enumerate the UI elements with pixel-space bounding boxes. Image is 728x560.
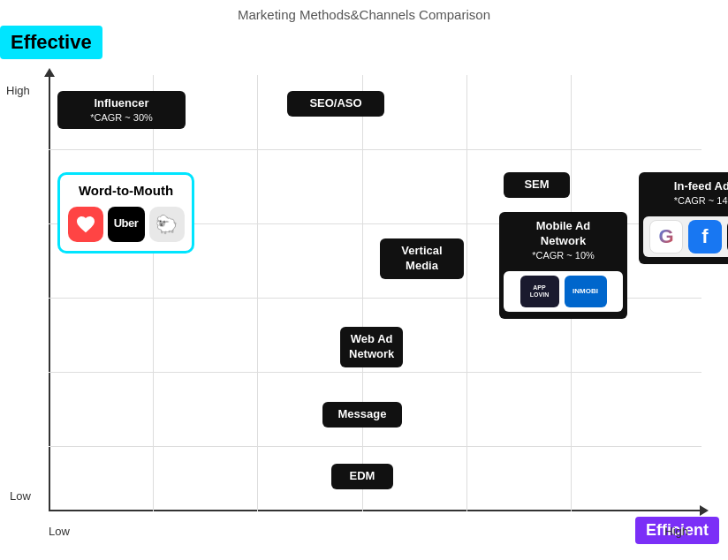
edm-box: EDM	[331, 464, 393, 489]
infeed-ads-box: In-feed Ads *CAGR ~ 14% G f ♪	[639, 172, 728, 264]
mobile-ad-network-box: Mobile Ad Network *CAGR ~ 10% APPLOVIN I…	[499, 212, 627, 319]
grid-v-1	[153, 75, 154, 511]
effective-label: Effective	[0, 26, 102, 59]
web-ad-network-box: Web Ad Network	[340, 327, 403, 367]
word-to-mouth-box: Word-to-Mouth Uber 🐑	[57, 172, 194, 254]
grid-v-3	[362, 75, 363, 511]
grid-v-4	[466, 75, 467, 511]
vertical-media-box: Vertical Media	[380, 238, 464, 279]
grid-h-4	[49, 372, 701, 373]
chart-area: High Low Low High Influencer *CAGR ~ 30%…	[49, 75, 701, 511]
heart-icon	[68, 207, 103, 242]
applovin-icon: APPLOVIN	[520, 276, 559, 307]
sem-box: SEM	[504, 172, 570, 198]
mobile-ad-line2: Network	[506, 234, 620, 249]
word-to-mouth-icons-row: Uber 🐑	[67, 207, 185, 242]
influencer-label-2: *CAGR ~ 30%	[66, 111, 177, 124]
vertical-media-line2: Media	[389, 259, 455, 274]
x-axis	[49, 510, 701, 511]
vertical-media-line1: Vertical	[389, 244, 455, 259]
sheep-icon: 🐑	[149, 207, 185, 242]
grid-v-2	[257, 75, 258, 511]
web-ad-line1: Web Ad	[349, 332, 394, 347]
grid-h-5	[49, 446, 701, 447]
y-axis-high-label: High	[6, 84, 30, 97]
mobile-ad-line1: Mobile Ad	[506, 219, 620, 234]
facebook-icon: f	[688, 220, 722, 254]
google-icon: G	[649, 220, 683, 254]
uber-icon: Uber	[108, 207, 145, 242]
infeed-line1: In-feed Ads	[646, 179, 728, 194]
y-axis-low-label: Low	[10, 489, 31, 503]
seo-box: SEO/ASO	[287, 91, 384, 117]
inmobi-icon: INMOBI	[565, 276, 607, 307]
influencer-box: Influencer *CAGR ~ 30%	[57, 91, 186, 129]
infeed-line2: *CAGR ~ 14%	[646, 194, 728, 207]
grid-h-1	[49, 149, 701, 150]
message-box: Message	[322, 402, 402, 428]
mobile-ad-app-icons: APPLOVIN INMOBI	[504, 271, 623, 312]
influencer-label-1: Influencer	[66, 96, 177, 111]
word-to-mouth-title: Word-to-Mouth	[67, 182, 185, 200]
chart-title: Marketing Methods&Channels Comparison	[0, 0, 728, 22]
x-axis-high-label: High	[664, 525, 688, 538]
mobile-ad-line3: *CAGR ~ 10%	[506, 249, 620, 261]
infeed-app-icons: G f ♪	[643, 216, 728, 257]
web-ad-line2: Network	[349, 347, 394, 362]
x-axis-low-label: Low	[49, 525, 70, 538]
